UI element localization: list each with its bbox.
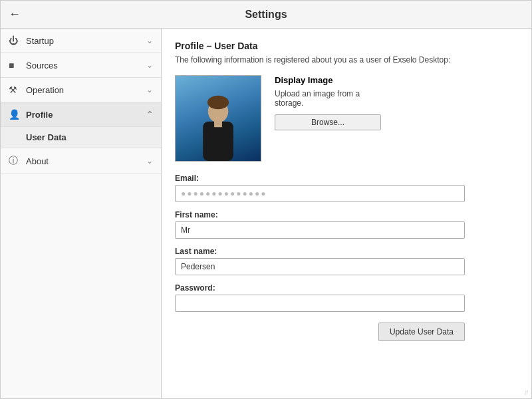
sidebar-subitem-user-data[interactable]: User Data (1, 127, 161, 148)
info-icon: ⓘ (9, 155, 21, 167)
display-image-title: Display Image (275, 75, 381, 85)
lastname-label: Last name: (175, 247, 518, 256)
main-layout: ⏻ Startup ⌄ ■ Sources ⌄ ⚒ Operation ⌄ 👤 … (1, 29, 531, 399)
profile-row: Display Image Upload an image from a sto… (175, 75, 518, 162)
lastname-group: Last name: (175, 247, 518, 275)
sidebar-item-startup[interactable]: ⏻ Startup ⌄ (1, 29, 161, 53)
power-icon: ⏻ (9, 35, 21, 46)
sidebar-item-sources[interactable]: ■ Sources ⌄ (1, 53, 161, 78)
profile-image-svg (188, 88, 248, 161)
lastname-field[interactable] (175, 258, 465, 275)
form-actions: Update User Data (175, 323, 465, 341)
user-icon: 👤 (9, 109, 21, 120)
folder-icon: ■ (9, 60, 21, 70)
browse-button[interactable]: Browse... (275, 114, 381, 130)
back-button[interactable]: ← (9, 7, 21, 21)
header: ← Settings (1, 1, 531, 29)
chevron-down-icon: ⌄ (146, 85, 153, 94)
email-group: Email: (175, 174, 518, 202)
page-title: Settings (27, 9, 505, 21)
footer-watermark: // (525, 390, 528, 396)
chevron-down-icon: ⌄ (146, 156, 153, 166)
update-user-data-button[interactable]: Update User Data (378, 323, 465, 341)
section-title: Profile – User Data (175, 41, 518, 51)
email-label: Email: (175, 174, 518, 183)
wrench-icon: ⚒ (9, 84, 21, 95)
firstname-group: First name: (175, 210, 518, 239)
sidebar: ⏻ Startup ⌄ ■ Sources ⌄ ⚒ Operation ⌄ 👤 … (1, 29, 162, 399)
section-desc: The following information is registered … (175, 55, 518, 65)
password-field[interactable] (175, 295, 465, 312)
firstname-label: First name: (175, 210, 518, 219)
chevron-down-icon: ⌄ (146, 36, 153, 45)
sidebar-item-profile[interactable]: 👤 Profile ⌃ (1, 102, 161, 127)
sidebar-item-about[interactable]: ⓘ About ⌄ (1, 148, 161, 174)
display-image-section: Display Image Upload an image from a sto… (275, 75, 381, 130)
chevron-down-icon: ⌄ (146, 61, 153, 70)
password-label: Password: (175, 283, 518, 293)
svg-rect-2 (214, 120, 222, 127)
password-group: Password: (175, 283, 518, 312)
display-image-desc: Upload an image from a storage. (275, 89, 381, 108)
firstname-field[interactable] (175, 221, 465, 239)
svg-point-3 (207, 96, 229, 109)
sidebar-item-operation[interactable]: ⚒ Operation ⌄ (1, 78, 161, 102)
email-field[interactable] (175, 185, 465, 202)
svg-rect-1 (203, 122, 233, 161)
chevron-up-icon: ⌃ (146, 110, 153, 119)
content-area: Profile – User Data The following inform… (162, 29, 531, 399)
profile-image-box (175, 75, 261, 162)
